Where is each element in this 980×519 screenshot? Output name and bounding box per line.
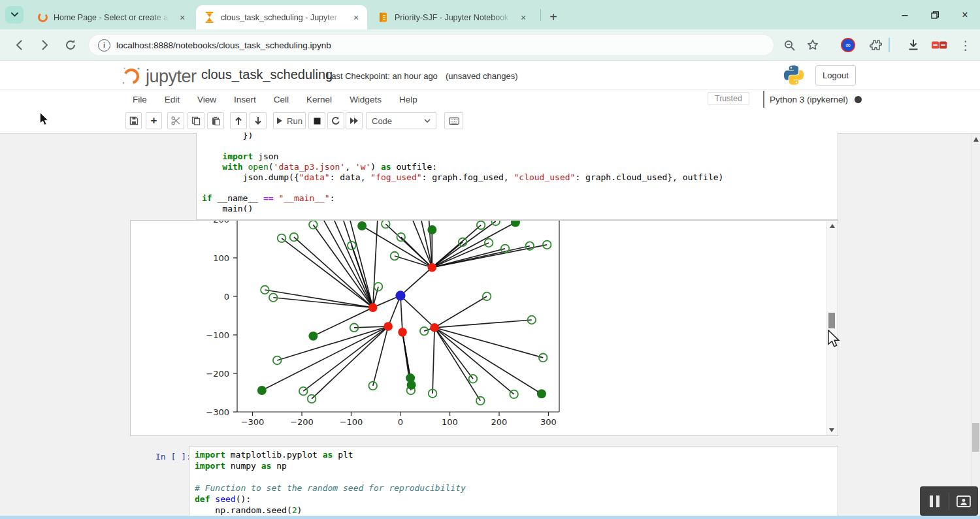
close-icon[interactable]: × [517, 12, 529, 24]
taskbar-edge [0, 516, 980, 519]
code-editor[interactable]: }) import json with open('data_p3.json',… [197, 133, 838, 219]
code-line: }) [202, 133, 253, 141]
back-icon[interactable] [12, 37, 27, 53]
logo-row: jupyter clous_task_scheduling Last Check… [0, 61, 980, 90]
output-plot: 2001000−100−200−300−300−200−100010020030… [131, 221, 838, 435]
restart-run-all-button[interactable] [346, 112, 363, 129]
extension-loop-icon[interactable]: ∞ [840, 37, 856, 53]
tab-title: Priority-SJF - Jupyter Notebook [395, 13, 514, 22]
reload-icon[interactable] [63, 37, 78, 53]
save-button[interactable] [125, 112, 142, 129]
url-bar[interactable]: i localhost:8888/notebooks/clous_task_sc… [88, 34, 774, 56]
svg-text:200: 200 [213, 221, 229, 225]
code-line: np.random.seed(2) [195, 505, 302, 516]
svg-text:100: 100 [442, 417, 458, 427]
pause-button[interactable] [920, 486, 949, 516]
url-text: localhost:8888/notebooks/clous_task_sche… [116, 40, 331, 50]
code-line: with open('data_p3.json', 'w') as outfil… [202, 162, 437, 172]
menu-insert[interactable]: Insert [234, 95, 256, 104]
code-line: # Function to set the random seed for re… [195, 483, 466, 494]
kernel-name: Python 3 (ipykernel) [770, 95, 848, 104]
restart-kernel-button[interactable] [327, 112, 344, 129]
move-cell-down-button[interactable] [250, 112, 267, 129]
run-cell-button[interactable]: Run [273, 112, 306, 129]
output-scrollbar[interactable] [826, 221, 837, 435]
output-scrollbar-thumb[interactable] [828, 313, 835, 328]
menu-edit[interactable]: Edit [165, 95, 180, 104]
menu-view[interactable]: View [197, 95, 216, 104]
scroll-down-icon[interactable] [829, 428, 834, 432]
code-cell-top[interactable]: }) import json with open('data_p3.json',… [196, 133, 838, 220]
cell-type-dropdown[interactable]: Code [366, 112, 436, 129]
svg-text:−100: −100 [206, 330, 229, 340]
scroll-up-icon[interactable] [973, 137, 979, 142]
window-controls: – × [890, 0, 980, 29]
copy-cells-button[interactable] [188, 112, 204, 129]
extensions-puzzle-icon[interactable] [868, 37, 883, 53]
menu-widgets[interactable]: Widgets [350, 95, 382, 104]
close-icon[interactable]: × [350, 12, 362, 24]
code-line: import matplotlib.pyplot as plt [195, 450, 353, 460]
logout-button[interactable]: Logout [815, 65, 856, 86]
close-icon[interactable]: × [176, 12, 188, 24]
site-info-icon[interactable]: i [98, 39, 110, 52]
tab-title: Home Page - Select or create a [54, 13, 172, 22]
tab-clous-task-scheduling[interactable]: clous_task_scheduling - Jupyter × [196, 5, 367, 29]
capture-control-overlay [920, 486, 978, 516]
jupyter-planet-icon [121, 65, 142, 86]
notebook-icon [378, 12, 389, 23]
svg-text:0: 0 [398, 417, 403, 427]
new-tab-button[interactable]: + [544, 7, 563, 27]
code-line: main() [202, 204, 253, 214]
chevron-down-icon [424, 119, 431, 123]
move-cell-up-button[interactable] [230, 112, 247, 129]
close-window-button[interactable]: × [950, 0, 980, 29]
scroll-up-icon[interactable] [830, 224, 835, 228]
unsaved-changes-status: (unsaved changes) [446, 71, 518, 81]
input-prompt: In [ ]: [155, 452, 191, 462]
jupyter-ring-icon [37, 12, 48, 23]
page-scrollbar[interactable] [971, 134, 980, 519]
svg-text:−200: −200 [290, 417, 314, 427]
tab-search-button[interactable] [5, 6, 24, 24]
kebab-menu-icon[interactable]: ⋮ [958, 37, 973, 53]
code-line: if __name__ == "__main__": [202, 193, 335, 204]
code-cell-bottom[interactable]: import matplotlib.pyplot as pltimport nu… [189, 446, 838, 519]
svg-text:−200: −200 [206, 369, 229, 379]
kernel-status-icon [855, 96, 862, 103]
add-cell-button[interactable]: + [146, 112, 162, 129]
command-palette-button[interactable] [444, 112, 463, 129]
code-editor[interactable]: import matplotlib.pyplot as pltimport nu… [189, 447, 838, 518]
tab-priority-sjf[interactable]: Priority-SJF - Jupyter Notebook × [370, 5, 534, 29]
menu-bar-items: FileEditViewInsertCellKernelWidgetsHelp [133, 89, 417, 110]
svg-text:−300: −300 [206, 407, 229, 417]
zoom-icon[interactable] [781, 37, 797, 53]
cut-cells-button[interactable] [167, 112, 184, 129]
jupyter-logo-text: jupyter [146, 67, 197, 86]
svg-text:0: 0 [224, 292, 229, 302]
forward-icon[interactable] [37, 37, 52, 53]
notebook-title[interactable]: clous_task_scheduling [201, 67, 333, 82]
download-icon[interactable] [906, 37, 921, 53]
tab-bar: Home Page - Select or create a × clous_t… [0, 0, 980, 29]
maximize-button[interactable] [920, 0, 950, 29]
tab-divider [540, 9, 541, 21]
jupyter-logo[interactable]: jupyter [121, 65, 197, 86]
picture-in-picture-button[interactable] [949, 486, 978, 516]
page-scrollbar-thumb[interactable] [972, 423, 979, 452]
code-line: def seed(): [195, 494, 251, 505]
paste-cells-button[interactable] [207, 112, 224, 129]
minimize-button[interactable]: – [890, 0, 920, 29]
menu-kernel[interactable]: Kernel [306, 95, 332, 104]
notebook-area: }) import json with open('data_p3.json',… [0, 134, 980, 519]
tab-home-page[interactable]: Home Page - Select or create a × [29, 5, 193, 29]
checkpoint-status: Last Checkpoint: an hour ago [327, 71, 438, 81]
interrupt-kernel-button[interactable] [308, 112, 325, 129]
network-scatter-plot: 2001000−100−200−300−300−200−100010020030… [131, 221, 827, 435]
menu-cell[interactable]: Cell [274, 95, 289, 104]
extension-badge-icon[interactable] [932, 37, 947, 53]
menu-file[interactable]: File [133, 95, 147, 104]
menu-help[interactable]: Help [399, 95, 417, 104]
run-label: Run [287, 116, 302, 126]
bookmark-star-icon[interactable] [805, 37, 821, 53]
